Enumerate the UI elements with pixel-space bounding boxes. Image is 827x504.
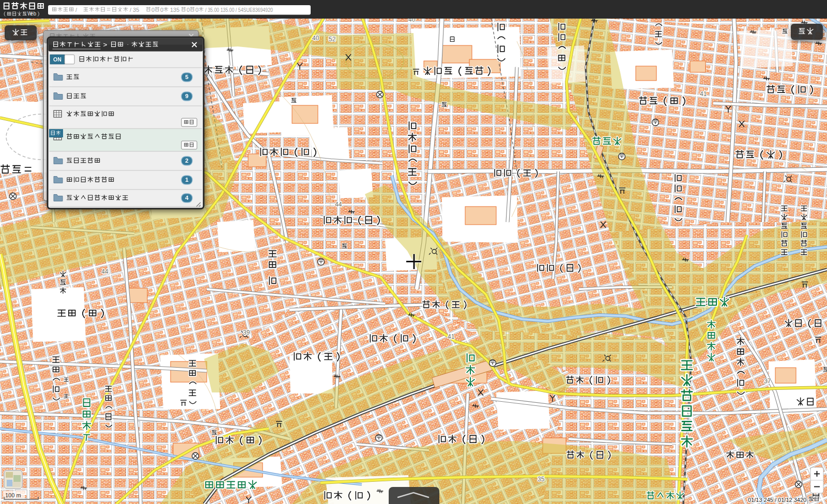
svg-text:0: 0 bbox=[195, 7, 198, 13]
svg-text:5: 5 bbox=[185, 74, 189, 80]
svg-text:135: 135 bbox=[170, 7, 179, 13]
svg-text:100 m: 100 m bbox=[5, 492, 21, 498]
svg-text:52: 52 bbox=[329, 36, 336, 43]
svg-text:>: > bbox=[103, 41, 108, 49]
svg-text:b: b bbox=[34, 11, 37, 17]
svg-text:0: 0 bbox=[187, 7, 190, 13]
svg-text:41: 41 bbox=[448, 333, 455, 340]
svg-text:0: 0 bbox=[151, 7, 155, 13]
svg-text:44: 44 bbox=[335, 201, 342, 208]
svg-text:4: 4 bbox=[185, 195, 189, 201]
svg-text:ON: ON bbox=[53, 56, 62, 62]
svg-text:44: 44 bbox=[101, 268, 109, 275]
svg-text:0: 0 bbox=[160, 7, 163, 13]
svg-text:2: 2 bbox=[185, 158, 188, 164]
svg-text:01/13 245 / 01/12 3420: 01/13 245 / 01/12 3420 bbox=[748, 497, 806, 503]
svg-text:40: 40 bbox=[312, 35, 319, 42]
svg-text:39: 39 bbox=[243, 329, 250, 336]
svg-text:1: 1 bbox=[185, 177, 189, 183]
svg-text:35: 35 bbox=[538, 476, 545, 483]
svg-text:37: 37 bbox=[764, 377, 771, 385]
svg-text:/ 35: / 35 bbox=[130, 7, 139, 13]
svg-text:9: 9 bbox=[185, 93, 188, 99]
svg-text:/ 35.00 135.00 / 54SUE83694920: / 35.00 135.00 / 54SUE83694920 bbox=[205, 7, 273, 13]
svg-text:41: 41 bbox=[700, 90, 707, 98]
